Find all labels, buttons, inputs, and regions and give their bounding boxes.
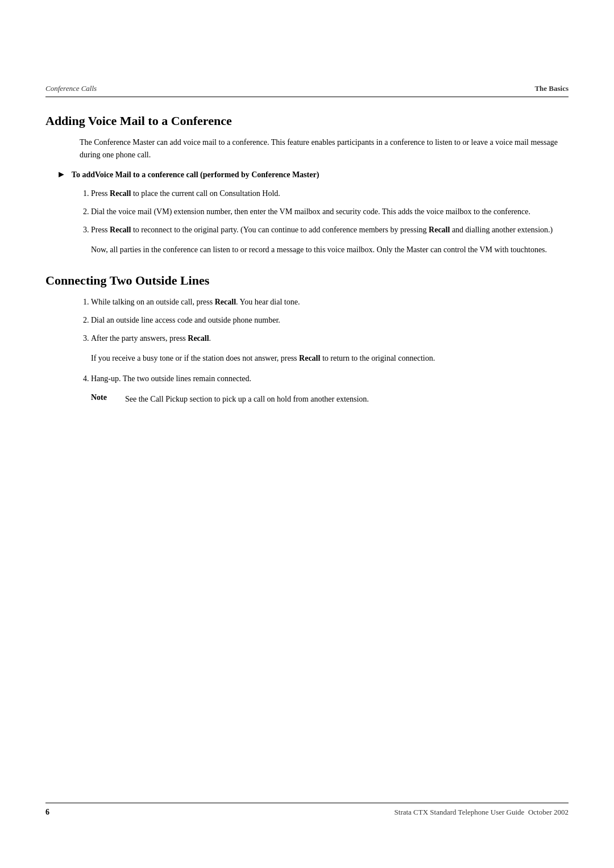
section1-heading: Adding Voice Mail to a Conference: [45, 114, 569, 128]
list-item: Dial an outside line access code and out…: [91, 314, 569, 327]
list-item: After the party answers, press Recall.: [91, 332, 569, 345]
section1-note: Now, all parties in the conference can l…: [91, 244, 569, 256]
section2-step4-list: Hang-up. The two outside lines remain co…: [91, 373, 569, 385]
footer-doc-info: Strata CTX Standard Telephone User Guide…: [395, 808, 569, 817]
section2-steps: While talking on an outside call, press …: [91, 296, 569, 344]
recall-bold: Recall: [429, 226, 450, 234]
footer-date: October 2002: [528, 808, 569, 816]
page-header: Conference Calls The Basics: [45, 84, 569, 97]
section2-heading: Connecting Two Outside Lines: [45, 273, 569, 288]
busy-note: If you receive a busy tone or if the sta…: [91, 352, 569, 365]
section2: Connecting Two Outside Lines While talki…: [45, 273, 569, 405]
page-footer: 6 Strata CTX Standard Telephone User Gui…: [45, 803, 569, 817]
footer-doc-title: Strata CTX Standard Telephone User Guide: [395, 808, 525, 816]
note-label: Note: [91, 393, 114, 402]
note-text: See the Call Pickup section to pick up a…: [125, 393, 369, 406]
arrow-icon: ►: [57, 169, 66, 180]
page: Conference Calls The Basics Adding Voice…: [0, 0, 614, 868]
procedure-heading-text: To addVoice Mail to a conference call (p…: [72, 169, 319, 181]
recall-bold: Recall: [188, 334, 209, 343]
list-item: Press Recall to place the current call o…: [91, 187, 569, 200]
recall-bold: Recall: [299, 354, 320, 362]
note-block: Note See the Call Pickup section to pick…: [91, 393, 569, 406]
header-left: Conference Calls: [45, 84, 97, 93]
section1-steps: Press Recall to place the current call o…: [91, 187, 569, 236]
main-content: Adding Voice Mail to a Conference The Co…: [45, 114, 569, 405]
section1-intro: The Conference Master can add voice mail…: [80, 136, 569, 161]
recall-bold: Recall: [110, 226, 131, 234]
list-item: While talking on an outside call, press …: [91, 296, 569, 308]
list-item: Press Recall to reconnect to the origina…: [91, 224, 569, 236]
header-right: The Basics: [534, 84, 569, 93]
recall-bold: Recall: [215, 298, 236, 306]
procedure-heading: ► To addVoice Mail to a conference call …: [57, 169, 569, 181]
section1: Adding Voice Mail to a Conference The Co…: [45, 114, 569, 256]
recall-bold: Recall: [110, 189, 131, 198]
list-item: Dial the voice mail (VM) extension numbe…: [91, 206, 569, 218]
list-item: Hang-up. The two outside lines remain co…: [91, 373, 569, 385]
footer-page-number: 6: [45, 808, 49, 817]
